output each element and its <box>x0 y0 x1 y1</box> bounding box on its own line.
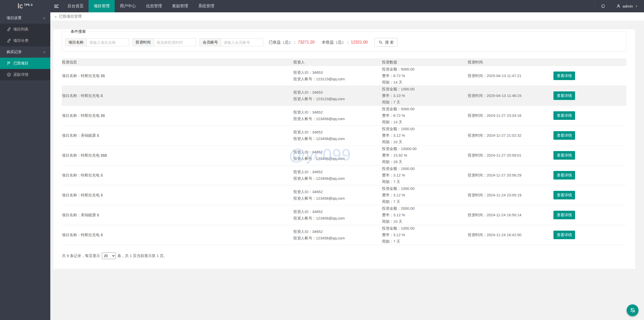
sidebar-section-header[interactable]: 购买记录 ∨ <box>0 46 50 58</box>
investor-id: 投资人ID：34653 <box>293 69 382 76</box>
nav-item[interactable]: 奖励管理 <box>167 0 193 12</box>
sidebar-section-header[interactable]: 项目设置 ∨ <box>0 12 50 24</box>
chevron-up-icon: ∧ <box>635 5 637 8</box>
fee-rate: 费率：3.12 % <box>382 172 468 179</box>
view-detail-button[interactable]: 查看详情 <box>553 211 575 219</box>
table-row: 项目名称：特斯拉充电 $$ 投资人ID：34652 投资人帐号：123456@q… <box>62 106 626 126</box>
invest-amount: 投资金额：5000.00 <box>382 66 468 73</box>
fee-rate: 费率：8.72 % <box>382 73 468 79</box>
investor-account: 投资人帐号：123123@qq.com <box>293 76 382 82</box>
main-area: » 已投项目管理 条件搜索 项目名称 投资时间 会员账号 已收益（总） <box>50 0 644 269</box>
investor-account: 投资人帐号：123456@qq.com <box>293 175 382 182</box>
content-card: 条件搜索 项目名称 投资时间 会员账号 已收益（总）： 73271.20 <box>53 29 635 269</box>
nav-item-label: 信息管理 <box>146 4 162 9</box>
fee-rate: 费率：3.12 % <box>382 192 468 198</box>
svg-text:$: $ <box>8 73 10 76</box>
invest-amount: 投资金额：10000.00 <box>382 146 468 152</box>
fee-rate: 费率：15.92 % <box>382 152 468 159</box>
chevron-down-icon: ∨ <box>43 50 45 54</box>
invest-amount: 投资金额：1000.00 <box>382 126 468 132</box>
search-legend: 条件搜索 <box>68 29 88 34</box>
investor-id: 投资人ID：34652 <box>293 129 382 135</box>
member-account-input[interactable] <box>221 38 263 46</box>
investor-account: 投资人帐号：123456@qq.com <box>293 155 382 162</box>
investor-id: 投资人ID：34652 <box>293 228 382 235</box>
investor-account: 投资人帐号：123456@qq.com <box>293 195 382 202</box>
header-invest-time: 投资时间 <box>468 60 553 65</box>
investor-id: 投资人ID：34652 <box>293 189 382 195</box>
per-page-select[interactable]: 20 <box>102 253 116 259</box>
sidebar-section-label: 购买记录 <box>7 50 22 54</box>
invest-time: 投资时间：2024-11-24 16:42:50 <box>468 232 553 238</box>
project-name: 项目名称：美锦能源 $ <box>62 212 293 218</box>
cycle: 周期：14 天 <box>382 119 468 125</box>
sidebar-item[interactable]: 已投项目 <box>0 58 50 69</box>
nav-item[interactable]: 后台首页 <box>62 0 89 12</box>
view-detail-button[interactable]: 查看详情 <box>553 131 575 140</box>
view-detail-button[interactable]: 查看详情 <box>553 91 575 100</box>
invest-time-field-label: 投资时间 <box>132 38 154 46</box>
fee-rate: 费率：3.12 % <box>382 132 468 139</box>
invest-time-input[interactable] <box>154 38 196 46</box>
table-row: 项目名称：美锦能源 $ 投资人ID：34652 投资人帐号：123456@qq.… <box>62 205 626 225</box>
project-name: 项目名称：美锦能源 $ <box>62 132 293 139</box>
admin-menu[interactable]: admin ∧ <box>611 0 644 12</box>
bell-off-icon <box>629 307 636 314</box>
search-button[interactable]: 搜 索 <box>375 38 397 47</box>
invest-table: 投资信息 投资人 投资数据 投资时间 项目名称：特斯拉充电 $$ 投资人ID：3… <box>62 58 626 245</box>
table-body: 项目名称：特斯拉充电 $$ 投资人ID：34653 投资人帐号：123123@q… <box>62 66 626 245</box>
earned-total-value: 73271.20 <box>298 40 315 45</box>
nav-item[interactable]: 系统管理 <box>193 0 219 12</box>
invest-amount: 投资金额：5000.00 <box>382 106 468 112</box>
view-detail-button[interactable]: 查看详情 <box>553 111 575 120</box>
notification-fab[interactable] <box>627 304 638 316</box>
user-icon <box>616 4 621 8</box>
cycle: 周期：10 天 <box>382 139 468 145</box>
invest-amount: 投资金额：1000.00 <box>382 86 468 92</box>
member-account-field-label: 会员账号 <box>199 38 221 46</box>
table-row: 项目名称：美锦能源 $ 投资人ID：34652 投资人帐号：123456@qq.… <box>62 126 626 146</box>
nav-item-label: 项目管理 <box>94 4 110 9</box>
cycle: 周期：7 天 <box>382 179 468 185</box>
view-detail-button[interactable]: 查看详情 <box>553 72 575 80</box>
project-name: 项目名称：特斯拉充电 $$$ <box>62 152 293 159</box>
chevron-down-icon: ∨ <box>43 16 45 20</box>
unearned-total-label: 未收益（总）： <box>322 40 350 45</box>
sidebar-item[interactable]: 项目列表 <box>0 24 50 35</box>
refresh-button[interactable] <box>595 0 611 12</box>
invest-time: 投资时间：2024-11-24 16:50:14 <box>468 212 553 218</box>
pagination: 共 9 条记录，每页显示 20 条，共 1 页当前显示第 1 页。 <box>62 253 626 259</box>
sidebar-item[interactable]: $ 还款详情 <box>0 69 50 80</box>
view-detail-button[interactable]: 查看详情 <box>553 171 575 180</box>
invest-time: 投资时间：2024-11-27 20:58:01 <box>468 152 553 159</box>
cycle: 周期：10 天 <box>382 218 468 225</box>
fee-rate: 费率：3.10 % <box>382 92 468 99</box>
pagination-suffix: 条，共 1 页当前显示第 1 页。 <box>117 254 167 258</box>
table-row: 项目名称：特斯拉充电 $$ 投资人ID：34653 投资人帐号：123123@q… <box>62 66 626 86</box>
nav-item[interactable]: 信息管理 <box>141 0 167 12</box>
sidebar-item-label: 项目列表 <box>13 27 28 32</box>
sidebar-item-label: 已投项目 <box>13 61 28 66</box>
investor-account: 投资人帐号：123456@qq.com <box>293 235 382 241</box>
refresh-icon <box>601 4 605 8</box>
view-detail-button[interactable]: 查看详情 <box>553 151 575 160</box>
table-row: 项目名称：特斯拉充电 $ 投资人ID：34653 投资人帐号：123123@qq… <box>62 86 626 106</box>
sidebar: 项目设置 ∨ 项目列表 项目分类 购买记录 ∨ 已投项目 $ 还款详情 <box>0 12 50 320</box>
header-investor: 投资人 <box>293 60 382 65</box>
project-name-input[interactable] <box>87 38 129 46</box>
view-detail-button[interactable]: 查看详情 <box>553 191 575 199</box>
table-header: 投资信息 投资人 投资数据 投资时间 <box>62 58 626 66</box>
investor-id: 投资人ID：34652 <box>293 109 382 116</box>
nav-item-label: 系统管理 <box>198 4 214 9</box>
cycle: 周期：7 天 <box>382 99 468 105</box>
view-detail-button[interactable]: 查看详情 <box>553 231 575 239</box>
nav-item[interactable]: 用户中心 <box>115 0 141 12</box>
investor-account: 投资人帐号：123456@qq.com <box>293 215 382 222</box>
cycle: 周期：7 天 <box>382 198 468 205</box>
sidebar-item[interactable]: 项目分类 <box>0 35 50 46</box>
nav-item[interactable]: 项目管理 <box>89 0 115 12</box>
menu-icon[interactable] <box>50 0 62 12</box>
header-invest-info: 投资信息 <box>62 60 293 65</box>
sidebar-item-label: 项目分类 <box>13 38 28 43</box>
project-name: 项目名称：特斯拉充电 $ <box>62 92 293 99</box>
